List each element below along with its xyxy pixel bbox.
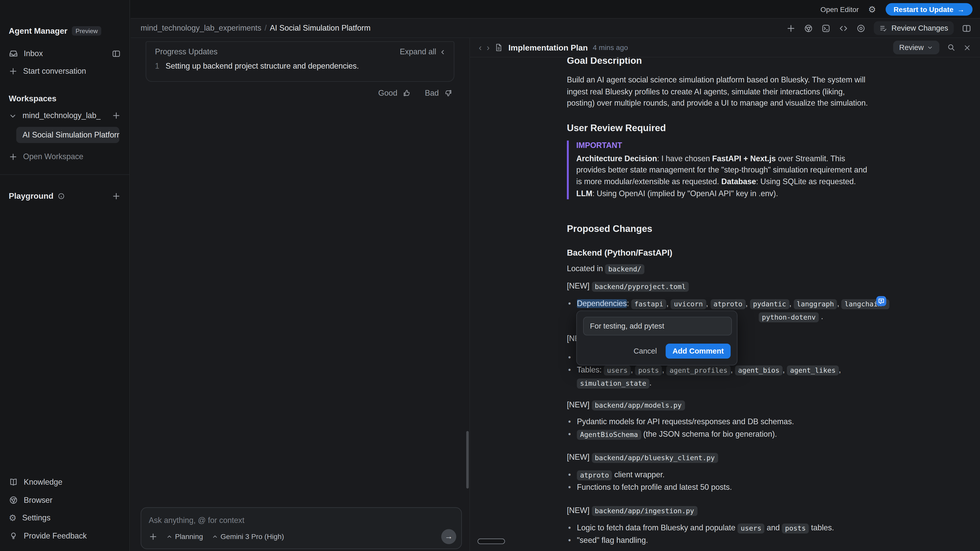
bluesky-bullet-1[interactable]: atproto client wrapper. bbox=[567, 468, 870, 482]
sidebar-item-browser[interactable]: Browser bbox=[0, 491, 129, 509]
review-changes-button[interactable]: Review Changes bbox=[874, 21, 954, 35]
arrow-right-icon: → bbox=[957, 5, 964, 13]
goal-description-paragraph: Build an AI agent social science simulat… bbox=[567, 74, 870, 109]
thumbs-up-icon[interactable] bbox=[402, 89, 411, 97]
restart-to-update-button[interactable]: Restart to Update → bbox=[885, 3, 972, 15]
workspaces-heading: Workspaces bbox=[0, 80, 129, 106]
comment-popup: Cancel Add Comment bbox=[576, 310, 738, 365]
app-window: Open Editor ⚙ Restart to Update → Agent … bbox=[0, 0, 980, 551]
tables-bullet[interactable]: Tables: users, posts, agent_profiles, ag… bbox=[567, 364, 870, 390]
sidebar-item-settings[interactable]: ⚙ Settings bbox=[0, 509, 129, 527]
add-comment-icon-button[interactable] bbox=[876, 296, 886, 306]
thumbs-down-icon[interactable] bbox=[444, 89, 452, 97]
plan-header: ‹ › Implementation Plan 4 mins ago Revie… bbox=[470, 38, 980, 57]
step-text: Setting up backend project structure and… bbox=[165, 62, 359, 70]
preview-eye-icon[interactable] bbox=[856, 24, 866, 33]
progress-step[interactable]: 1 Setting up backend project structure a… bbox=[146, 56, 454, 70]
comment-input[interactable] bbox=[583, 317, 732, 335]
progress-updates-card: Progress Updates Expand all 1 Setting up… bbox=[146, 41, 455, 82]
sidebar-item-active-session[interactable]: AI Social Simulation Platform bbox=[16, 127, 119, 143]
sidebar-footer: Knowledge Browser ⚙ Settings Provide Fee… bbox=[0, 473, 129, 551]
sidebar-item-provide-feedback[interactable]: Provide Feedback bbox=[0, 527, 129, 545]
file-bluesky-line: [NEW] backend/app/bluesky_client.py bbox=[567, 451, 870, 464]
plus-icon bbox=[9, 152, 18, 161]
chat-input[interactable] bbox=[149, 516, 454, 525]
user-review-required-heading: User Review Required bbox=[567, 122, 870, 134]
breadcrumb: mind_technology_lab_experiments/AI Socia… bbox=[141, 24, 371, 32]
bad-button-label[interactable]: Bad bbox=[425, 89, 439, 97]
playground-heading: Playground bbox=[9, 191, 53, 200]
mode-selector[interactable]: Planning bbox=[166, 533, 203, 540]
model-selector[interactable]: Gemini 3 Pro (High) bbox=[212, 533, 284, 540]
playground-heading-row: Playground bbox=[0, 178, 129, 204]
restart-label: Restart to Update bbox=[894, 5, 953, 13]
inbox-icon bbox=[9, 49, 18, 58]
bluesky-bullet-2[interactable]: Functions to fetch profile and latest 50… bbox=[567, 482, 870, 494]
sidebar-item-label: Settings bbox=[22, 513, 51, 522]
breadcrumb-parent[interactable]: mind_technology_lab_experiments bbox=[141, 24, 261, 32]
chevron-up-icon bbox=[166, 534, 172, 540]
file-ingestion-line: [NEW] backend/app/ingestion.py bbox=[567, 504, 870, 517]
gear-icon[interactable]: ⚙ bbox=[868, 5, 876, 13]
chat-scrollbar[interactable] bbox=[466, 431, 469, 489]
send-button[interactable]: → bbox=[441, 529, 456, 544]
add-comment-button[interactable]: Add Comment bbox=[666, 344, 731, 359]
terminal-icon[interactable] bbox=[821, 24, 831, 33]
add-playground-icon[interactable] bbox=[112, 192, 121, 200]
important-label: IMPORTANT bbox=[576, 140, 870, 150]
plan-panel: ‹ › Implementation Plan 4 mins ago Revie… bbox=[469, 38, 980, 551]
bluesky-list: atproto client wrapper. Functions to fet… bbox=[567, 468, 870, 494]
browser-icon bbox=[9, 495, 18, 505]
breadcrumb-current: AI Social Simulation Platform bbox=[270, 24, 371, 32]
app-title: Agent Manager bbox=[9, 26, 67, 36]
important-blockquote: IMPORTANT Architecture Decision: I have … bbox=[567, 140, 870, 199]
ingestion-bullet-2[interactable]: "seed" flag handling. bbox=[567, 535, 870, 547]
list-check-icon bbox=[880, 24, 888, 32]
top-bar: Open Editor ⚙ Restart to Update → bbox=[0, 0, 980, 18]
nav-forward-icon[interactable]: › bbox=[487, 43, 490, 52]
browser-tab-icon[interactable] bbox=[804, 24, 813, 33]
plan-timestamp: 4 mins ago bbox=[593, 44, 628, 51]
cancel-button[interactable]: Cancel bbox=[633, 347, 657, 355]
search-icon[interactable] bbox=[947, 43, 956, 52]
close-icon[interactable] bbox=[963, 43, 971, 52]
good-button-label[interactable]: Good bbox=[378, 89, 397, 97]
composer: Planning Gemini 3 Pro (High) → bbox=[141, 507, 462, 549]
chat-panel: Progress Updates Expand all 1 Setting up… bbox=[130, 38, 469, 551]
add-session-icon[interactable] bbox=[112, 111, 121, 120]
plan-document: Goal Description Build an AI agent socia… bbox=[567, 57, 870, 551]
file-models-line: [NEW] backend/app/models.py bbox=[567, 399, 870, 412]
plus-icon bbox=[9, 67, 18, 76]
lightbulb-icon bbox=[9, 531, 18, 540]
sidebar-item-label: Knowledge bbox=[24, 478, 62, 486]
document-icon bbox=[495, 43, 503, 52]
open-workspace-button[interactable]: Open Workspace bbox=[0, 148, 129, 165]
open-editor-button[interactable]: Open Editor bbox=[821, 5, 859, 13]
split-view-icon[interactable] bbox=[962, 24, 971, 33]
preview-badge: Preview bbox=[72, 26, 102, 36]
plan-document-area: Goal Description Build an AI agent socia… bbox=[470, 57, 980, 551]
models-bullet-1[interactable]: Pydantic models for API requests/respons… bbox=[567, 416, 870, 428]
code-icon[interactable] bbox=[839, 24, 848, 33]
panel-toggle-icon[interactable] bbox=[112, 49, 121, 58]
ingestion-list: Logic to fetch data from Bluesky and pop… bbox=[567, 522, 870, 547]
workspace-group-name: mind_technology_lab_ex bbox=[22, 111, 100, 120]
models-bullet-2[interactable]: AgentBioSchema (the JSON schema for bio … bbox=[567, 428, 870, 441]
chevron-down-icon bbox=[9, 111, 17, 120]
nav-back-icon[interactable]: ‹ bbox=[479, 43, 482, 52]
attach-plus-icon[interactable] bbox=[149, 532, 158, 541]
main-area: mind_technology_lab_experiments/AI Socia… bbox=[130, 18, 980, 551]
plan-title: Implementation Plan bbox=[508, 43, 588, 52]
expand-all-button[interactable]: Expand all bbox=[400, 48, 436, 56]
review-dropdown-button[interactable]: Review bbox=[893, 41, 939, 54]
horizontal-scrollbar[interactable] bbox=[477, 538, 505, 544]
chevron-left-icon[interactable] bbox=[439, 48, 446, 56]
sidebar-item-knowledge[interactable]: Knowledge bbox=[0, 473, 129, 491]
sidebar-item-inbox[interactable]: Inbox bbox=[0, 44, 129, 62]
workspace-group-row[interactable]: mind_technology_lab_ex bbox=[0, 107, 129, 124]
new-tab-icon[interactable] bbox=[787, 24, 796, 33]
comment-plus-icon bbox=[877, 297, 885, 305]
ingestion-bullet-1[interactable]: Logic to fetch data from Bluesky and pop… bbox=[567, 522, 870, 535]
sidebar-item-label: Browser bbox=[24, 495, 52, 504]
sidebar-item-start-conversation[interactable]: Start conversation bbox=[0, 62, 129, 80]
